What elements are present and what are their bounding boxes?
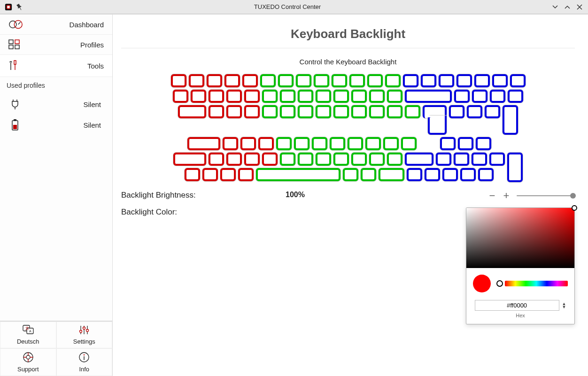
key[interactable] bbox=[507, 153, 523, 182]
key[interactable] bbox=[178, 105, 206, 118]
key[interactable] bbox=[343, 168, 358, 181]
key[interactable] bbox=[349, 74, 365, 87]
key[interactable] bbox=[387, 105, 402, 118]
key[interactable] bbox=[294, 137, 309, 150]
key[interactable] bbox=[351, 105, 367, 118]
key[interactable] bbox=[436, 153, 451, 166]
hue-cursor[interactable] bbox=[496, 280, 503, 287]
key[interactable] bbox=[361, 168, 376, 181]
key[interactable] bbox=[405, 105, 420, 118]
key[interactable] bbox=[351, 90, 367, 103]
nav-profiles[interactable]: Profiles bbox=[0, 35, 112, 55]
footer-language[interactable]: 文A Deutsch bbox=[0, 322, 56, 348]
key[interactable] bbox=[454, 153, 469, 166]
key[interactable] bbox=[220, 168, 236, 181]
saturation-value-area[interactable] bbox=[466, 208, 574, 268]
key[interactable] bbox=[348, 137, 363, 150]
profile-battery[interactable]: Silent bbox=[0, 115, 112, 135]
profile-ac[interactable]: Silent bbox=[0, 94, 112, 115]
key[interactable] bbox=[485, 105, 500, 118]
key[interactable] bbox=[238, 168, 254, 181]
key[interactable] bbox=[458, 137, 473, 150]
key[interactable] bbox=[298, 153, 313, 166]
sv-cursor[interactable] bbox=[572, 205, 577, 211]
key[interactable] bbox=[387, 153, 402, 166]
key[interactable] bbox=[405, 153, 433, 166]
brightness-minus-button[interactable]: − bbox=[488, 191, 496, 201]
key[interactable] bbox=[476, 137, 491, 150]
key[interactable] bbox=[187, 137, 220, 150]
key[interactable] bbox=[333, 105, 349, 118]
key[interactable] bbox=[280, 105, 295, 118]
key[interactable] bbox=[280, 153, 295, 166]
key[interactable] bbox=[449, 105, 464, 118]
key[interactable] bbox=[333, 90, 349, 103]
key[interactable] bbox=[387, 90, 402, 103]
key[interactable] bbox=[209, 90, 224, 103]
key[interactable] bbox=[442, 168, 458, 181]
key[interactable] bbox=[467, 105, 482, 118]
key[interactable] bbox=[224, 74, 240, 87]
key[interactable] bbox=[280, 90, 295, 103]
key[interactable] bbox=[472, 90, 487, 103]
key[interactable] bbox=[351, 153, 367, 166]
key[interactable] bbox=[421, 74, 436, 87]
key[interactable] bbox=[316, 90, 331, 103]
key[interactable] bbox=[209, 153, 224, 166]
hex-input[interactable] bbox=[475, 300, 559, 311]
key[interactable] bbox=[278, 74, 294, 87]
key[interactable] bbox=[276, 137, 292, 150]
key[interactable] bbox=[440, 137, 456, 150]
key[interactable] bbox=[454, 90, 470, 103]
key[interactable] bbox=[332, 74, 347, 87]
key[interactable] bbox=[489, 153, 505, 166]
close-button[interactable] bbox=[576, 3, 583, 11]
key[interactable] bbox=[262, 90, 278, 103]
key[interactable] bbox=[207, 74, 222, 87]
key[interactable] bbox=[191, 90, 206, 103]
key[interactable] bbox=[226, 105, 242, 118]
brightness-plus-button[interactable]: + bbox=[503, 191, 510, 201]
key[interactable] bbox=[365, 137, 381, 150]
key[interactable] bbox=[260, 74, 276, 87]
key[interactable] bbox=[478, 168, 494, 181]
key[interactable] bbox=[185, 168, 200, 181]
maximize-button[interactable] bbox=[564, 3, 571, 11]
key[interactable] bbox=[385, 74, 401, 87]
key[interactable] bbox=[460, 168, 476, 181]
key[interactable] bbox=[314, 74, 329, 87]
key[interactable] bbox=[298, 90, 313, 103]
brightness-slider-thumb[interactable] bbox=[570, 193, 576, 199]
key[interactable] bbox=[312, 137, 327, 150]
key[interactable] bbox=[262, 105, 278, 118]
key[interactable] bbox=[456, 74, 472, 87]
key[interactable] bbox=[333, 153, 349, 166]
key[interactable] bbox=[244, 90, 260, 103]
footer-settings[interactable]: Settings bbox=[56, 322, 113, 348]
brightness-slider[interactable] bbox=[517, 195, 573, 196]
key[interactable] bbox=[244, 105, 260, 118]
key[interactable] bbox=[256, 168, 340, 181]
key[interactable] bbox=[171, 74, 186, 87]
key[interactable] bbox=[209, 105, 224, 118]
key[interactable] bbox=[490, 90, 505, 103]
key[interactable] bbox=[258, 137, 274, 150]
minimize-button[interactable] bbox=[551, 3, 559, 11]
key[interactable] bbox=[369, 105, 385, 118]
key[interactable] bbox=[316, 153, 331, 166]
key[interactable] bbox=[439, 74, 454, 87]
nav-dashboard[interactable]: Dashboard bbox=[0, 15, 112, 35]
key[interactable] bbox=[401, 137, 417, 150]
key[interactable] bbox=[242, 74, 258, 87]
key[interactable] bbox=[474, 74, 490, 87]
key[interactable] bbox=[369, 153, 385, 166]
key[interactable] bbox=[503, 105, 518, 135]
key[interactable] bbox=[379, 168, 404, 181]
key-enter[interactable] bbox=[423, 105, 447, 135]
key[interactable] bbox=[492, 74, 508, 87]
key[interactable] bbox=[510, 74, 526, 87]
key[interactable] bbox=[244, 153, 260, 166]
key[interactable] bbox=[367, 74, 383, 87]
key[interactable] bbox=[407, 168, 422, 181]
key[interactable] bbox=[226, 90, 242, 103]
